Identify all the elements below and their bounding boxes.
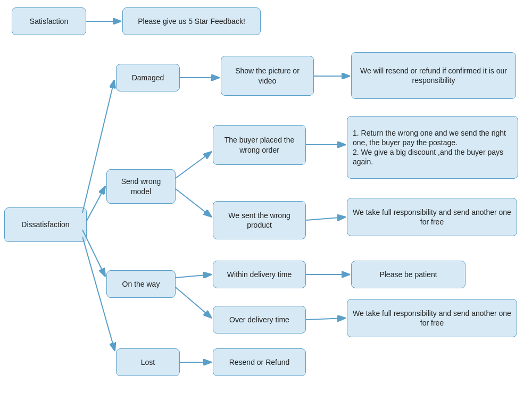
send-wrong-model-node: Send wrong model	[106, 169, 176, 204]
full-responsibility2-node: We take full responsibility and send ano…	[347, 299, 517, 337]
lost-node: Lost	[116, 348, 180, 376]
svg-line-13	[176, 287, 212, 318]
satisfaction-node: Satisfaction	[12, 7, 86, 35]
dissatisfaction-node: Dissatisfaction	[4, 207, 87, 242]
resend-refund-node: Resend or Refund	[213, 348, 306, 376]
we-sent-wrong-node: We sent the wrong product	[213, 201, 306, 239]
buyer-wrong-order-node: The buyer placed the wrong order	[213, 125, 306, 165]
please-patient-node: Please be patient	[351, 261, 466, 288]
svg-line-11	[306, 217, 346, 220]
svg-line-8	[176, 152, 212, 178]
full-responsibility-node: We take full responsibility and send ano…	[347, 198, 517, 236]
over-delivery-node: Over delivery time	[213, 306, 306, 334]
buyer-wrong-result-node: 1. Return the wrong one and we send the …	[347, 116, 518, 179]
svg-line-9	[176, 189, 212, 217]
within-delivery-node: Within delivery time	[213, 261, 306, 288]
on-the-way-node: On the way	[106, 270, 176, 298]
show-picture-node: Show the picture or video	[221, 56, 314, 96]
damaged-node: Damaged	[116, 64, 180, 91]
five-star-node: Please give us 5 Star Feedback!	[122, 7, 261, 35]
flowchart-diagram: Satisfaction Please give us 5 Star Feedb…	[0, 0, 532, 400]
svg-line-3	[87, 186, 105, 221]
resend-refund-confirmed-node: We will resend or refund if confirmed it…	[351, 52, 516, 99]
svg-line-12	[176, 274, 212, 278]
svg-line-15	[306, 318, 346, 320]
